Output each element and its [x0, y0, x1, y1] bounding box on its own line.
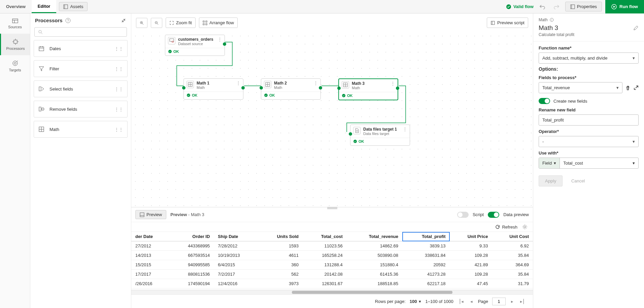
svg-rect-10	[14, 40, 17, 43]
processor-math[interactable]: Math⋮⋮	[34, 121, 128, 138]
node-data-files-target[interactable]: Data files target 1Data files target⋮ OK	[350, 125, 410, 146]
function-name-select[interactable]: Add, subtract, multiply, and divide▾	[539, 53, 639, 64]
table-row[interactable]: 27/20124433689957/28/2012159311023.56148…	[131, 241, 533, 251]
create-new-fields-toggle[interactable]	[539, 98, 550, 104]
script-icon	[490, 21, 495, 25]
processors-icon	[12, 38, 19, 45]
use-with-select[interactable]: Field▾ Total_cost▾	[539, 158, 639, 169]
run-flow-button[interactable]: Run flow	[605, 0, 644, 13]
operator-select[interactable]: -▾	[539, 136, 639, 147]
node-math-2[interactable]: Math 2Math⋮ OK	[261, 78, 321, 100]
properties-button[interactable]: Properties	[565, 2, 602, 11]
sidenav-targets[interactable]: Targets	[0, 55, 30, 77]
redo-button[interactable]	[551, 1, 562, 12]
sidenav-processors[interactable]: Processors	[0, 34, 30, 55]
topbar: Overview Editor Assets Valid flow Proper…	[0, 0, 644, 13]
data-preview-label: Data preview	[503, 212, 529, 217]
node-menu-icon[interactable]: ⋮	[403, 127, 407, 132]
node-menu-icon[interactable]: ⋮	[391, 81, 395, 86]
prev-page-button[interactable]: ◂	[469, 299, 474, 304]
tab-editor[interactable]: Editor	[32, 0, 57, 13]
preview-button[interactable]: Preview	[135, 210, 166, 219]
expand-icon[interactable]	[633, 85, 639, 91]
script-label: Script	[473, 212, 484, 217]
first-page-button[interactable]: ⎮◂	[457, 299, 465, 304]
drag-handle-icon: ⋮⋮	[114, 46, 123, 51]
collapse-panel-icon[interactable]	[121, 18, 126, 23]
svg-point-52	[187, 94, 190, 97]
svg-point-20	[39, 30, 41, 33]
edit-icon[interactable]	[633, 25, 639, 31]
processor-filter[interactable]: Filter⋮⋮	[34, 60, 128, 77]
svg-rect-41	[206, 21, 207, 22]
math-icon	[343, 82, 348, 87]
help-icon[interactable]: ?	[65, 18, 71, 23]
last-page-button[interactable]: ▸⎮	[519, 299, 526, 304]
node-math-1[interactable]: Math 1Math⋮ OK	[183, 78, 243, 100]
zoom-in-button[interactable]	[136, 18, 147, 28]
tab-overview[interactable]: Overview	[0, 0, 32, 13]
processor-dates[interactable]: Dates⋮⋮	[34, 40, 128, 57]
rename-new-field-input[interactable]: Total_profit	[539, 114, 639, 126]
column-header[interactable]: Total_revenue	[347, 232, 402, 241]
flow-canvas[interactable]: customers_ordersDataset source⋮ OK Math …	[131, 32, 533, 207]
column-header[interactable]: Order ID	[169, 232, 214, 241]
script-toggle[interactable]	[457, 212, 469, 218]
column-header[interactable]: der Date	[131, 232, 169, 241]
node-math-3[interactable]: Math 3Math⋮ OK	[338, 78, 398, 100]
column-header[interactable]: Total_profit	[402, 232, 449, 241]
remove-fields-icon	[38, 106, 44, 112]
chevron-down-icon: ▾	[616, 85, 619, 90]
next-page-button[interactable]: ▸	[510, 299, 515, 304]
data-preview-toggle[interactable]	[488, 212, 499, 218]
node-menu-icon[interactable]: ⋮	[314, 81, 318, 85]
arrange-flow-button[interactable]: Arrange flow	[199, 18, 238, 28]
column-header[interactable]: Units Sold	[259, 232, 303, 241]
undo-button[interactable]	[537, 1, 548, 12]
search-icon	[38, 30, 43, 34]
apply-button[interactable]: Apply	[539, 175, 563, 186]
assets-button[interactable]: Assets	[59, 2, 88, 11]
preview-panel: Preview Preview - Math 3 Script Data pre…	[131, 207, 533, 308]
zoom-fit-icon	[169, 21, 174, 25]
zoom-out-button[interactable]	[151, 18, 162, 28]
page-input[interactable]	[492, 298, 506, 305]
column-header[interactable]: Unit Cost	[492, 232, 533, 241]
drag-handle-icon: ⋮⋮	[114, 66, 123, 71]
search-input[interactable]	[34, 27, 127, 37]
use-with-label: Use with*	[539, 150, 639, 156]
refresh-button[interactable]: Refresh	[495, 225, 517, 230]
breadcrumb: Mathi	[539, 18, 639, 22]
preview-script-button[interactable]: Preview script	[487, 18, 528, 28]
rows-per-page-select[interactable]: 100 ▾	[410, 299, 421, 304]
svg-rect-27	[39, 107, 41, 111]
canvas-toolbar: Zoom fit Arrange flow Preview script	[131, 13, 533, 32]
fields-to-process-select[interactable]: Total_revenue▾	[539, 82, 622, 93]
column-header[interactable]: Ship Date	[214, 232, 258, 241]
processor-select-fields[interactable]: Select fields⋮⋮	[34, 80, 128, 97]
delete-icon[interactable]	[625, 85, 631, 91]
table-row[interactable]: /26/201617459019412/4/20163973126301.671…	[131, 279, 533, 288]
svg-rect-22	[39, 47, 44, 51]
svg-rect-7	[12, 19, 18, 23]
column-header[interactable]: Total_cost	[303, 232, 347, 241]
table-row[interactable]: 15/20159409955856/4/2015360131288.415188…	[131, 260, 533, 270]
svg-point-56	[264, 94, 268, 97]
sidenav-sources[interactable]: Sources	[0, 13, 30, 34]
node-customers-orders[interactable]: customers_ordersDataset source⋮ OK	[165, 35, 225, 56]
info-icon[interactable]: i	[550, 18, 554, 22]
pager: Rows per page: 100 ▾ 1–100 of 1000 ⎮◂ ◂ …	[131, 295, 533, 308]
zoom-fit-button[interactable]: Zoom fit	[166, 18, 196, 28]
page-label: Page	[478, 299, 488, 304]
table-row[interactable]: 17/20178808115367/2/201756220142.0861415…	[131, 270, 533, 279]
cancel-button[interactable]: Cancel	[568, 176, 588, 186]
svg-rect-26	[39, 87, 41, 91]
processor-remove-fields[interactable]: Remove fields⋮⋮	[34, 101, 128, 117]
settings-icon[interactable]	[522, 224, 528, 230]
drag-handle-icon: ⋮⋮	[114, 107, 123, 112]
node-menu-icon[interactable]: ⋮	[218, 37, 222, 42]
node-menu-icon[interactable]: ⋮	[236, 81, 240, 85]
horizontal-scrollbar[interactable]	[131, 290, 533, 295]
table-row[interactable]: 14/201366759351410/19/20134611165258.245…	[131, 251, 533, 260]
column-header[interactable]: Unit Price	[450, 232, 492, 241]
